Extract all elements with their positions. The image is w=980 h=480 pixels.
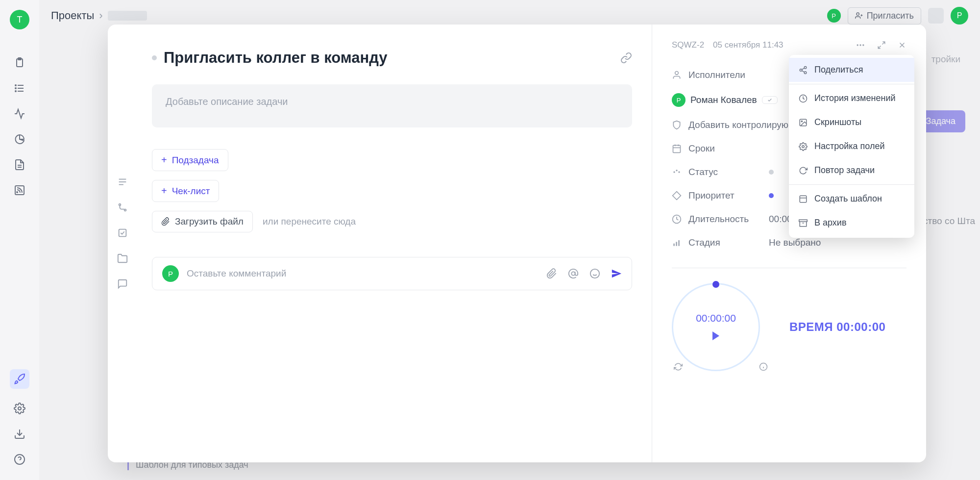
- svg-point-28: [857, 44, 858, 46]
- image-icon: [799, 118, 808, 127]
- modal-rail: [108, 25, 137, 462]
- clock-icon: [672, 214, 682, 224]
- dropdown-screenshots[interactable]: Скриншоты: [789, 110, 914, 134]
- rocket-icon[interactable]: [10, 369, 29, 389]
- play-icon[interactable]: [710, 330, 722, 342]
- task-id[interactable]: SQWZ-2: [672, 40, 704, 50]
- align-icon[interactable]: [117, 177, 128, 187]
- user-icon: [672, 70, 682, 80]
- svg-point-6: [15, 88, 16, 89]
- task-title[interactable]: Пригласить коллег в команду: [164, 49, 613, 67]
- share-icon: [799, 66, 808, 75]
- link-icon[interactable]: [620, 52, 632, 64]
- assignees-label: Исполнители: [688, 70, 745, 80]
- comment-input[interactable]: [187, 268, 539, 279]
- gear-icon[interactable]: [14, 403, 25, 414]
- file-icon[interactable]: [14, 159, 25, 171]
- svg-line-55: [802, 68, 804, 69]
- task-details-panel: SQWZ-2 05 сентября 11:43 Исполнители Р: [652, 25, 926, 462]
- svg-point-21: [119, 204, 121, 206]
- add-subtask-button[interactable]: + Подзадача: [152, 149, 228, 171]
- svg-point-7: [15, 91, 16, 92]
- timer-circle[interactable]: 00:00:00: [672, 283, 760, 371]
- assignee-check[interactable]: [762, 96, 778, 104]
- emoji-icon[interactable]: [589, 268, 600, 279]
- svg-point-51: [804, 66, 807, 69]
- list-icon[interactable]: [14, 82, 25, 94]
- svg-rect-46: [678, 240, 680, 246]
- description-input[interactable]: Добавьте описание задачи: [152, 84, 632, 127]
- svg-line-32: [878, 46, 881, 49]
- plus-icon: +: [161, 154, 167, 166]
- folder-icon[interactable]: [117, 253, 128, 264]
- svg-line-54: [802, 71, 804, 72]
- svg-rect-10: [15, 186, 24, 195]
- calendar-icon: [672, 144, 682, 153]
- dropdown-field-settings[interactable]: Настройка полей: [789, 134, 914, 158]
- refresh-icon[interactable]: [674, 362, 683, 371]
- dropdown-share[interactable]: Поделиться: [789, 58, 914, 82]
- branch-icon[interactable]: [117, 202, 128, 213]
- checkbox-icon[interactable]: [117, 227, 128, 238]
- svg-point-11: [18, 407, 21, 410]
- repeat-icon: [799, 166, 808, 175]
- task-timestamp: 05 сентября 11:43: [713, 40, 783, 50]
- svg-rect-62: [799, 220, 808, 222]
- task-modal: Пригласить коллег в команду Добавьте опи…: [108, 25, 926, 462]
- settings-icon: [799, 142, 808, 151]
- template-icon: [799, 195, 808, 203]
- mention-icon[interactable]: [568, 268, 579, 279]
- shield-icon: [672, 120, 682, 130]
- dropdown-history[interactable]: История изменений: [789, 86, 914, 110]
- dropdown-repeat[interactable]: Повтор задачи: [789, 158, 914, 182]
- timer-knob: [712, 281, 719, 288]
- dropdown-create-template[interactable]: Создать шаблон: [789, 187, 914, 211]
- svg-marker-47: [712, 331, 719, 340]
- stage-row[interactable]: Стадия Не выбрано: [672, 237, 906, 248]
- svg-rect-45: [676, 242, 677, 246]
- add-checklist-button[interactable]: + Чек-лист: [152, 180, 219, 202]
- workspace-avatar[interactable]: T: [10, 10, 29, 29]
- svg-rect-44: [673, 244, 675, 246]
- comment-avatar: Р: [162, 265, 179, 282]
- dropdown-divider: [789, 184, 914, 185]
- upload-file-button[interactable]: Загрузить файл: [152, 211, 253, 232]
- task-status-dot: [152, 55, 157, 60]
- svg-point-41: [676, 170, 677, 171]
- pie-icon[interactable]: [14, 133, 25, 145]
- clipboard-icon[interactable]: [14, 57, 25, 69]
- more-icon[interactable]: [856, 40, 865, 50]
- info-icon[interactable]: [759, 362, 768, 371]
- dropdown-archive[interactable]: В архив: [789, 211, 914, 235]
- svg-point-58: [801, 121, 802, 122]
- drag-hint: или перенесите сюда: [263, 216, 356, 227]
- rss-icon[interactable]: [14, 184, 25, 196]
- stage-value: Не выбрано: [769, 237, 821, 248]
- help-icon[interactable]: [14, 454, 25, 465]
- status-indicator: [769, 170, 774, 175]
- plus-icon: +: [161, 185, 167, 197]
- archive-icon: [799, 219, 808, 227]
- dots-icon: [672, 167, 682, 177]
- close-icon[interactable]: [898, 41, 906, 50]
- svg-point-52: [800, 69, 802, 71]
- svg-point-30: [862, 44, 864, 46]
- svg-point-35: [675, 72, 679, 75]
- diamond-icon: [672, 191, 682, 201]
- left-sidebar: T: [0, 0, 39, 480]
- comment-icon[interactable]: [117, 278, 128, 289]
- timer-section: 00:00:00 ВРЕМЯ 00:00:00: [672, 268, 906, 371]
- dropdown-divider: [789, 84, 914, 84]
- attach-icon[interactable]: [546, 268, 557, 279]
- svg-point-40: [673, 171, 675, 173]
- svg-point-24: [571, 272, 575, 275]
- svg-point-5: [15, 85, 16, 86]
- send-icon[interactable]: [611, 268, 622, 279]
- svg-rect-36: [673, 145, 681, 152]
- svg-point-59: [802, 145, 805, 148]
- activity-icon[interactable]: [14, 108, 25, 120]
- svg-point-29: [859, 44, 861, 46]
- download-icon[interactable]: [14, 428, 25, 440]
- svg-rect-23: [119, 229, 126, 237]
- expand-icon[interactable]: [877, 41, 886, 50]
